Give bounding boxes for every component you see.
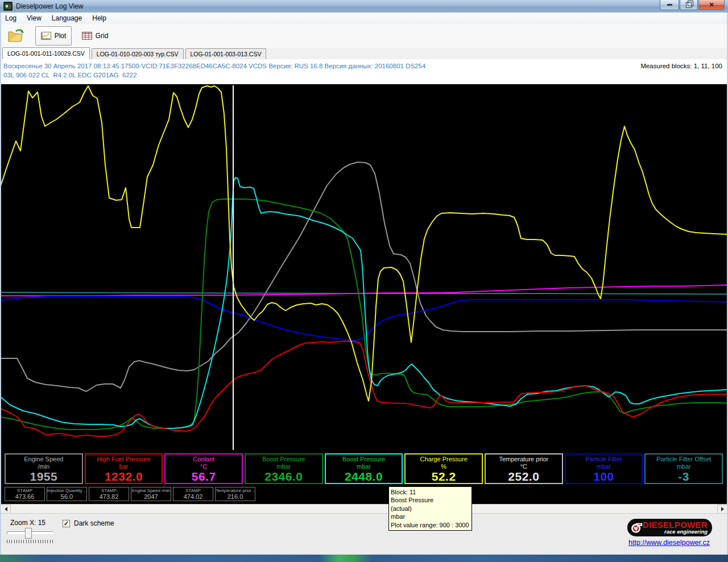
mini-panel-5[interactable]: Temperature prior ...216.0 (215, 487, 255, 501)
logo-title: DIESELPOWER (643, 520, 708, 529)
open-file-button[interactable] (5, 26, 27, 46)
log-info-line2: 03L 906 022 CL R4 2.0L EDC G201AG 6222 (3, 72, 137, 78)
mini-panel-1[interactable]: Injection Quantity ...56.0 (47, 487, 87, 501)
panel-coolant[interactable]: Coolant°C56.7 (164, 453, 243, 484)
panel-value: -3 (646, 470, 722, 484)
taskbar-strip (0, 555, 728, 562)
panel-label: Charge Pressure (406, 456, 482, 463)
panel-value: 1232.0 (86, 470, 162, 484)
slider-tick (47, 540, 48, 543)
close-button[interactable]: ✕ (698, 0, 725, 10)
panel-temperature-prior[interactable]: Temperature prior°C252.0 (485, 453, 563, 484)
menu-item-help[interactable]: Help (87, 13, 111, 24)
menu-item-log[interactable]: Log (0, 13, 22, 24)
panel-unit: mbar (246, 463, 322, 470)
plot-area[interactable] (0, 84, 728, 451)
slider-tick (38, 540, 39, 543)
slider-tick (11, 540, 12, 543)
mini-panel-value: 216.0 (216, 494, 255, 500)
restore-icon (686, 2, 692, 8)
mini-panel-3[interactable]: Engine Speed /min2047 (131, 487, 171, 501)
mini-panel-4[interactable]: STAMP474.02 (173, 487, 213, 501)
panel-label: Coolant (166, 456, 242, 463)
slider-tick (31, 540, 31, 543)
menu-item-language[interactable]: Language (47, 13, 87, 24)
mini-panel-2[interactable]: STAMP473.82 (89, 487, 129, 501)
tooltip-line-0: Block: 11 (391, 488, 470, 496)
grid-view-button[interactable]: Grid (77, 26, 113, 46)
minimize-icon (667, 4, 672, 6)
series-high-fuel-pressure-red (0, 341, 728, 436)
panel-engine-speed[interactable]: Engine Speed/min1955 (5, 453, 83, 484)
log-info-line1: Воскресенье 30 Апрель 2017 08:13:45:1750… (3, 63, 425, 69)
zoom-slider-thumb[interactable] (25, 528, 32, 539)
panel-value: 56.7 (166, 470, 242, 484)
panel-label: Particle Filter (566, 456, 642, 463)
zoom-x-label: Zoom X: 15 (10, 519, 46, 527)
open-folder-icon (7, 28, 24, 43)
panel-label: High Fuel Pressure (86, 456, 162, 463)
scroll-right-button[interactable] (717, 505, 727, 514)
toolbar: Plot Grid (0, 24, 728, 48)
slider-tick (26, 540, 27, 543)
slider-tick (23, 540, 24, 543)
tooltip-line-1: Boost Pressure (391, 496, 470, 504)
tooltip-line-2: (actual) (391, 505, 470, 513)
window-title: Dieselpower Log View (16, 0, 84, 13)
slider-tick (14, 540, 15, 543)
panel-unit: mbar (326, 463, 402, 470)
file-tab-2[interactable]: LOG-01-001-003-013.CSV (185, 48, 267, 59)
panel-value: 2346.0 (246, 470, 322, 484)
website-link[interactable]: http://www.dieselpower.cz (628, 539, 710, 547)
panel-label: Engine Speed (6, 456, 82, 463)
panel-unit: bar (86, 463, 162, 470)
file-tab-0[interactable]: LOG-01-001-011-10029.CSV (2, 47, 90, 59)
slider-tick (21, 540, 22, 543)
scroll-left-button[interactable] (1, 505, 11, 514)
menu-bar: LogViewLanguageHelp (0, 13, 728, 24)
panel-label: Boost Pressure (246, 456, 322, 463)
panel-charge-pressure[interactable]: Charge Pressure%52.2 (404, 453, 483, 484)
scroll-left-icon (5, 507, 7, 511)
panel-unit: % (406, 463, 482, 470)
panel-boost-pressure[interactable]: Boost Pressurembar2448.0 (325, 453, 403, 484)
minimize-button[interactable] (660, 0, 679, 10)
measurement-panel-strip: Engine Speed/min1955High Fuel Pressureba… (0, 451, 728, 504)
panel-particle-filter[interactable]: Particle Filtermbar100 (565, 453, 643, 484)
log-info-header: Воскресенье 30 Апрель 2017 08:13:45:1750… (0, 59, 728, 84)
plot-icon (41, 32, 51, 40)
grid-button-label: Grid (96, 32, 109, 40)
panel-value: 1955 (6, 470, 82, 484)
plot-view-button[interactable]: Plot (35, 26, 72, 46)
dark-scheme-checkbox[interactable]: ✓ (63, 520, 70, 527)
slider-tick (40, 540, 41, 543)
measured-blocks-label: Measured blocks: 1, 11, 100 (640, 63, 722, 69)
mini-panel-value: 2047 (131, 494, 171, 500)
panel-particle-filter-offset[interactable]: Particle Filter Offsetmbar-3 (644, 453, 723, 484)
slider-tick (28, 540, 29, 543)
panel-label: Temperature prior (486, 456, 562, 463)
horizontal-scrollbar[interactable] (0, 504, 728, 514)
slider-tick (7, 540, 7, 543)
slider-tick (45, 540, 46, 543)
mini-panel-value: 56.0 (47, 494, 86, 500)
mini-panel-0[interactable]: STAMP473.66 (5, 487, 45, 501)
dark-scheme-label: Dark scheme (74, 519, 114, 527)
panel-unit: mbar (566, 463, 642, 470)
menu-item-view[interactable]: View (22, 13, 47, 24)
panel-value: 52.2 (406, 470, 482, 484)
tooltip-line-4: Plot value range: 900 : 3000 (391, 521, 470, 529)
panel-high-fuel-pressure[interactable]: High Fuel Pressurebar1232.0 (85, 453, 163, 484)
window-border-left (0, 13, 1, 555)
panel-boost-pressure[interactable]: Boost Pressurembar2346.0 (245, 453, 323, 484)
scroll-right-icon (721, 507, 724, 511)
dieselpower-logo: DIESELPOWER race engineering (627, 519, 712, 536)
stamp-panels: STAMP473.66Injection Quantity ...56.0STA… (5, 487, 255, 501)
turbo-icon (630, 520, 643, 535)
panel-value: 100 (566, 470, 642, 484)
panel-unit: mbar (646, 463, 722, 470)
restore-button[interactable] (680, 0, 698, 10)
series-boost-pressure-actual-cyan (0, 177, 728, 428)
slider-tick (19, 540, 19, 543)
file-tab-1[interactable]: LOG-01-010-020-003 тур.CSV (92, 48, 184, 59)
